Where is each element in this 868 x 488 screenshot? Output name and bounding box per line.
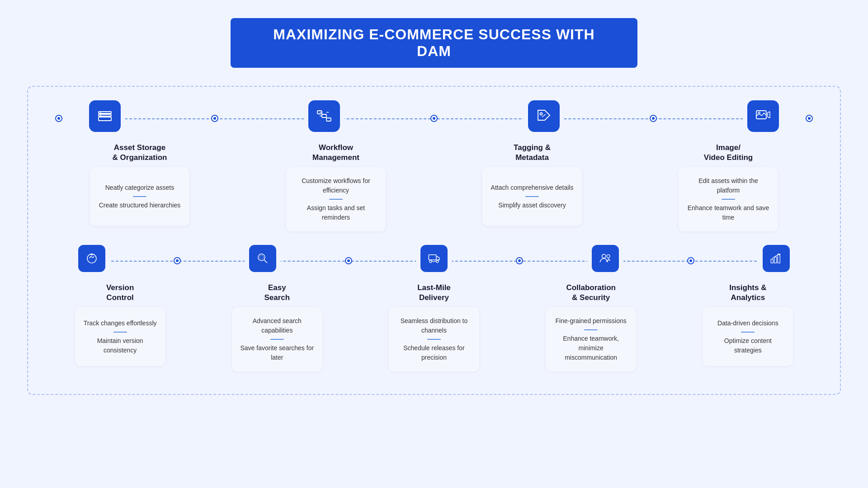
- row2-cards: VersionControl Track changes effortlessl…: [42, 283, 826, 371]
- easy-search-icon-box: [249, 245, 276, 272]
- easy-search-point2: Save favorite searches for later: [240, 343, 314, 362]
- svg-point-28: [602, 254, 605, 258]
- last-mile-point1: Seamless distribution to channels: [397, 316, 471, 335]
- svg-point-14: [758, 112, 760, 114]
- collab-label: Collaboration& Security: [566, 283, 616, 303]
- easy-search-label: EasySearch: [264, 283, 290, 303]
- row1-left-dot: [55, 115, 62, 122]
- row1-right-dot: [806, 115, 813, 122]
- svg-point-23: [260, 256, 264, 259]
- last-mile-icon-box: [420, 245, 448, 272]
- row2-icons: [42, 245, 826, 277]
- title-banner: MAXIMIZING E-COMMERCE SUCCESS WITH DAM: [231, 18, 637, 68]
- svg-point-25: [429, 260, 432, 263]
- row1-item-2: [524, 100, 564, 136]
- svg-point-26: [436, 260, 439, 263]
- last-mile-label: Last-MileDelivery: [417, 283, 451, 303]
- image-video-icon: [755, 108, 771, 124]
- row2-section: VersionControl Track changes effortlessl…: [42, 245, 826, 371]
- svg-line-22: [264, 260, 268, 263]
- row2-item-4: [758, 245, 794, 277]
- tagging-point2: Simplify asset discovery: [498, 201, 566, 210]
- image-video-card: Edit assets within the platform Enhance …: [679, 167, 778, 231]
- row1-dot-23: [650, 115, 657, 122]
- svg-line-12: [542, 114, 546, 117]
- easy-search-point1: Advanced search capabilities: [240, 316, 314, 335]
- insights-point1: Data-driven decisions: [717, 319, 778, 328]
- row2-col-2: Last-MileDelivery Seamless distribution …: [389, 283, 479, 371]
- insights-point2: Optimize content strategies: [711, 336, 785, 355]
- delivery-icon: [427, 252, 441, 265]
- row1-col-2: Tagging &Metadata Attach comprehensive d…: [482, 143, 582, 226]
- collab-security-icon-box: [592, 245, 619, 272]
- workflow-point1: Customize workflows for efficiency: [294, 176, 377, 195]
- svg-rect-2: [99, 117, 111, 121]
- asset-storage-card: Neatly categorize assets Create structur…: [90, 167, 189, 226]
- page-title: MAXIMIZING E-COMMERCE SUCCESS WITH DAM: [267, 26, 601, 60]
- row2-col-0: VersionControl Track changes effortlessl…: [75, 283, 165, 366]
- insights-label: Insights &Analytics: [729, 283, 766, 303]
- row2-col-1: EasySearch Advanced search capabilities …: [232, 283, 322, 371]
- svg-point-29: [607, 255, 610, 258]
- row2-col-3: Collaboration& Security Fine-grained per…: [546, 283, 636, 371]
- svg-rect-24: [429, 255, 436, 260]
- tagging-point1: Attach comprehensive details: [491, 183, 574, 192]
- workflow-icon: [316, 108, 332, 124]
- workflow-label: WorkflowManagement: [312, 143, 359, 163]
- row1-cards: Asset Storage& Organization Neatly categ…: [42, 143, 826, 231]
- row1-section: Asset Storage& Organization Neatly categ…: [42, 100, 826, 231]
- asset-storage-icon-box: [89, 100, 121, 132]
- image-video-point2: Enhance teamwork and save time: [687, 203, 770, 222]
- row1-item-0: [85, 100, 125, 136]
- version-control-icon-box: [78, 245, 105, 272]
- image-video-icon-box: [747, 100, 779, 132]
- storage-icon: [97, 108, 113, 124]
- row1-col-3: Image/Video Editing Edit assets within t…: [679, 143, 778, 231]
- row1-item-1: [304, 100, 344, 136]
- version-control-card: Track changes effortlessly Maintain vers…: [75, 307, 165, 366]
- tagging-card: Attach comprehensive details Simplify as…: [482, 167, 582, 226]
- image-video-point1: Edit assets within the platform: [687, 176, 770, 195]
- last-mile-point2: Schedule releases for precision: [397, 343, 471, 362]
- svg-rect-30: [771, 259, 774, 263]
- row1-dot-12: [430, 115, 438, 122]
- asset-storage-label: Asset Storage& Organization: [113, 143, 167, 163]
- row2-item-0: [74, 245, 110, 277]
- svg-rect-3: [100, 113, 101, 113]
- row2-item-1: [245, 245, 281, 277]
- workflow-card: Customize workflows for efficiency Assig…: [286, 167, 386, 231]
- svg-rect-6: [322, 114, 326, 117]
- svg-rect-32: [778, 255, 780, 263]
- image-video-label: Image/Video Editing: [704, 143, 753, 163]
- svg-point-11: [540, 113, 542, 115]
- row2-item-3: [587, 245, 623, 277]
- row1-col-1: WorkflowManagement Customize workflows f…: [286, 143, 386, 231]
- svg-rect-7: [326, 118, 331, 121]
- row2-dot-34: [687, 257, 694, 264]
- svg-point-21: [258, 254, 265, 261]
- row1-item-3: [743, 100, 783, 136]
- row2-item-2: [416, 245, 452, 277]
- easy-search-card: Advanced search capabilities Save favori…: [232, 307, 322, 371]
- version-control-point1: Track changes effortlessly: [84, 319, 157, 328]
- collab-card: Fine-grained permissions Enhance teamwor…: [546, 307, 636, 371]
- tag-icon: [536, 108, 552, 124]
- row1-col-0: Asset Storage& Organization Neatly categ…: [90, 143, 189, 226]
- row2-dot-23: [516, 257, 523, 264]
- svg-rect-4: [100, 116, 101, 116]
- row1-dot-01: [211, 115, 218, 122]
- workflow-point2: Assign tasks and set reminders: [294, 203, 377, 222]
- version-icon: [85, 252, 99, 265]
- tagging-icon-box: [528, 100, 560, 132]
- insights-card: Data-driven decisions Optimize content s…: [703, 307, 793, 366]
- asset-storage-point1: Neatly categorize assets: [105, 183, 175, 192]
- row2-dot-12: [345, 257, 352, 264]
- collab-point1: Fine-grained permissions: [556, 316, 627, 326]
- tagging-label: Tagging &Metadata: [514, 143, 551, 163]
- collab-icon: [599, 252, 612, 265]
- svg-rect-31: [774, 257, 777, 263]
- insights-icon-box: [763, 245, 790, 272]
- asset-storage-point2: Create structured hierarchies: [99, 201, 181, 210]
- version-control-label: VersionControl: [106, 283, 134, 303]
- main-container: Asset Storage& Organization Neatly categ…: [27, 86, 841, 395]
